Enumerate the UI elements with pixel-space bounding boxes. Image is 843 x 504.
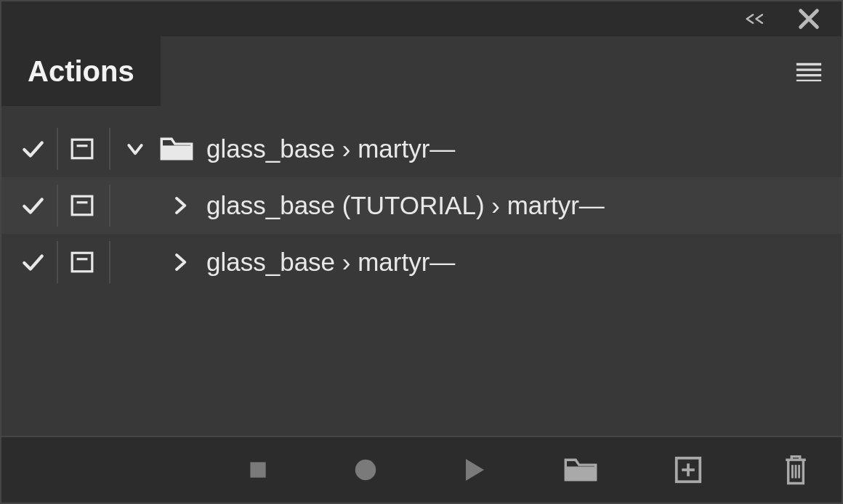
- actions-tab[interactable]: Actions: [1, 36, 161, 106]
- disclosure-triangle[interactable]: [161, 251, 199, 273]
- tabrow-spacer: [161, 36, 776, 106]
- svg-rect-9: [72, 253, 92, 272]
- actions-list: glass_base › martyr—: [1, 106, 842, 436]
- panel-menu-button[interactable]: [776, 36, 842, 106]
- stop-button[interactable]: [238, 450, 278, 489]
- actions-toolbar: [1, 436, 842, 503]
- panel-titlebar: [1, 1, 842, 36]
- svg-rect-4: [72, 139, 92, 158]
- actions-tab-label: Actions: [28, 55, 134, 88]
- action-set-row[interactable]: glass_base › martyr—: [1, 121, 842, 177]
- close-panel-button[interactable]: [796, 7, 821, 31]
- svg-rect-13: [565, 466, 595, 479]
- action-row[interactable]: glass_base › martyr—: [1, 234, 842, 290]
- action-row[interactable]: glass_base (TUTORIAL) › martyr—: [1, 177, 842, 234]
- toggle-dialog-icon[interactable]: [61, 250, 103, 275]
- collapse-panel-button[interactable]: [743, 7, 767, 31]
- new-set-button[interactable]: [561, 450, 600, 489]
- new-action-button[interactable]: [669, 450, 708, 489]
- toggle-enabled-checkbox[interactable]: [12, 193, 54, 218]
- svg-rect-7: [72, 196, 92, 215]
- action-row-label: glass_base › martyr—: [199, 248, 842, 277]
- record-button[interactable]: [346, 450, 385, 489]
- toggle-dialog-icon[interactable]: [61, 193, 103, 218]
- toggle-dialog-icon[interactable]: [61, 137, 103, 161]
- action-row-label: glass_base › martyr—: [199, 134, 842, 163]
- folder-icon: [154, 135, 199, 163]
- actions-panel: Actions: [0, 0, 843, 504]
- toggle-enabled-checkbox[interactable]: [12, 137, 54, 161]
- svg-rect-11: [250, 462, 265, 477]
- svg-point-12: [355, 460, 376, 481]
- disclosure-triangle[interactable]: [116, 135, 154, 163]
- action-row-label: glass_base (TUTORIAL) › martyr—: [199, 191, 842, 220]
- play-button[interactable]: [453, 450, 493, 489]
- panel-tab-row: Actions: [1, 36, 842, 106]
- toggle-enabled-checkbox[interactable]: [12, 250, 54, 275]
- svg-rect-6: [161, 145, 191, 158]
- disclosure-triangle[interactable]: [161, 195, 199, 216]
- trash-button[interactable]: [776, 450, 815, 489]
